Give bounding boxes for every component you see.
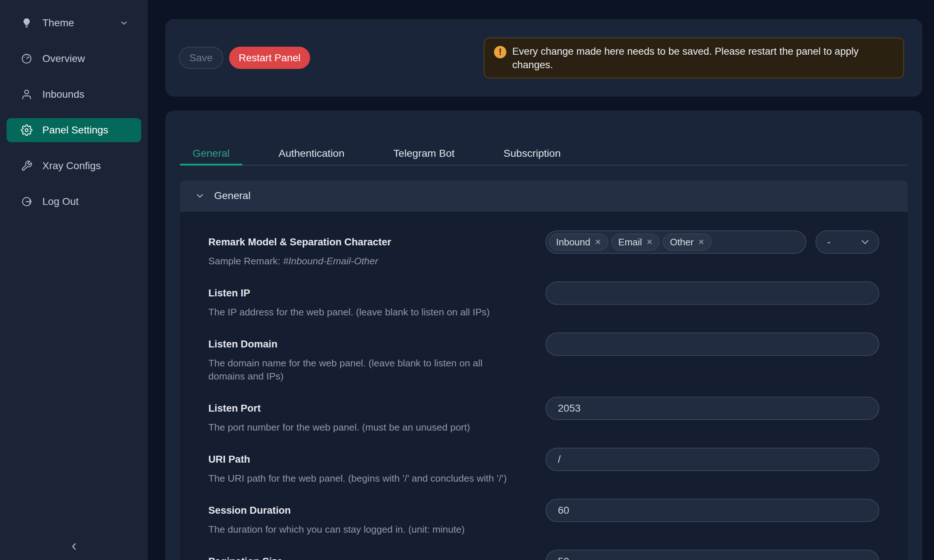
bulb-icon — [20, 17, 33, 29]
chevron-down-icon — [195, 191, 205, 200]
tag-label: Inbound — [556, 237, 590, 248]
form-control: Inbound ✕ Email ✕ Other ✕ — [546, 231, 879, 254]
sidebar-item-theme[interactable]: Theme — [6, 11, 141, 35]
field-description: The IP address for the web panel. (leave… — [208, 306, 518, 318]
field-label: Session Duration — [208, 499, 545, 522]
field-label: Remark Model & Separation Character — [208, 231, 545, 254]
toolbar-card: Save Restart Panel ! Every change made h… — [165, 19, 922, 97]
form-left: Listen Port The port number for the web … — [208, 397, 545, 434]
exclamation-circle-icon: ! — [494, 46, 506, 58]
tab-telegram-bot[interactable]: Telegram Bot — [381, 142, 467, 165]
listen-port-input[interactable] — [546, 397, 879, 420]
logout-icon — [20, 195, 33, 208]
sidebar-item-label: Overview — [42, 53, 85, 65]
form-control — [546, 397, 879, 420]
form-row-session-duration: Session Duration The duration for which … — [208, 499, 879, 536]
sidebar-item-label: Panel Settings — [42, 124, 108, 136]
chevron-down-icon — [860, 237, 871, 248]
sidebar-item-logout[interactable]: Log Out — [6, 189, 141, 214]
chevron-down-icon — [119, 18, 129, 28]
form-left: Session Duration The duration for which … — [208, 499, 545, 536]
gear-icon — [20, 124, 33, 136]
separator-select[interactable]: - — [815, 231, 879, 254]
field-label: Listen Port — [208, 397, 545, 420]
remove-tag-icon[interactable]: ✕ — [698, 238, 704, 246]
field-label: Pagination Size — [208, 550, 545, 560]
form-row-listen-ip: Listen IP The IP address for the web pan… — [208, 282, 879, 318]
panel-settings-page: Theme Overview Inbounds — [0, 0, 934, 560]
sidebar-item-label: Log Out — [42, 196, 79, 208]
sidebar-item-panel-settings[interactable]: Panel Settings — [6, 118, 141, 142]
content-area: Save Restart Panel ! Every change made h… — [148, 0, 934, 560]
tag-label: Other — [670, 237, 694, 248]
form-left: URI Path The URI path for the web panel.… — [208, 448, 545, 485]
field-description: The domain name for the web panel. (leav… — [208, 357, 518, 383]
sample-remark-value: #Inbound-Email-Other — [283, 255, 378, 266]
field-label: URI Path — [208, 448, 545, 471]
settings-tabs: General Authentication Telegram Bot Subs… — [180, 142, 908, 166]
form-control — [546, 448, 879, 471]
save-button[interactable]: Save — [179, 47, 223, 69]
select-value: - — [827, 236, 831, 248]
pagination-size-input[interactable] — [546, 550, 879, 560]
tab-authentication[interactable]: Authentication — [266, 142, 357, 165]
general-collapse-body: Remark Model & Separation Character Samp… — [180, 211, 908, 560]
session-duration-input[interactable] — [546, 499, 879, 522]
form-control — [546, 550, 879, 560]
sample-remark-prefix: Sample Remark: — [208, 255, 283, 266]
field-description: Sample Remark: #Inbound-Email-Other — [208, 254, 518, 268]
general-collapse-panel: General Remark Model & Separation Charac… — [180, 180, 908, 560]
user-icon — [20, 88, 33, 101]
field-label: Listen Domain — [208, 332, 545, 356]
tab-subscription[interactable]: Subscription — [491, 142, 573, 165]
sidebar-item-xray-configs[interactable]: Xray Configs — [6, 154, 141, 178]
listen-domain-input[interactable] — [546, 332, 879, 356]
form-left: Listen Domain The domain name for the we… — [208, 332, 545, 383]
sidebar-item-label: Xray Configs — [42, 160, 101, 172]
sidebar-collapse-button[interactable] — [0, 541, 148, 554]
remark-model-multiselect[interactable]: Inbound ✕ Email ✕ Other ✕ — [546, 231, 806, 254]
form-row-uri-path: URI Path The URI path for the web panel.… — [208, 448, 879, 485]
form-control — [546, 282, 879, 305]
tag-other[interactable]: Other ✕ — [663, 234, 711, 251]
remove-tag-icon[interactable]: ✕ — [595, 238, 601, 246]
form-left: Remark Model & Separation Character Samp… — [208, 231, 545, 268]
gauge-icon — [20, 52, 33, 65]
form-row-remark-model: Remark Model & Separation Character Samp… — [208, 231, 879, 268]
tag-label: Email — [618, 237, 642, 248]
field-description: The URI path for the web panel. (begins … — [208, 472, 518, 485]
sidebar-item-inbounds[interactable]: Inbounds — [6, 82, 141, 106]
form-row-listen-domain: Listen Domain The domain name for the we… — [208, 332, 879, 383]
alert-message: Every change made here needs to be saved… — [512, 45, 885, 71]
form-row-pagination-size: Pagination Size — [208, 550, 879, 560]
tag-inbound[interactable]: Inbound ✕ — [549, 234, 608, 251]
field-description: The duration for which you can stay logg… — [208, 523, 518, 536]
restart-panel-button[interactable]: Restart Panel — [229, 47, 310, 69]
sidebar-item-overview[interactable]: Overview — [6, 47, 141, 71]
form-left: Pagination Size — [208, 550, 545, 560]
wrench-icon — [20, 160, 33, 172]
tab-general[interactable]: General — [180, 142, 242, 165]
settings-card: General Authentication Telegram Bot Subs… — [165, 111, 922, 560]
sidebar: Theme Overview Inbounds — [0, 0, 148, 560]
sidebar-item-label: Theme — [42, 17, 74, 29]
remove-tag-icon[interactable]: ✕ — [646, 238, 653, 246]
form-left: Listen IP The IP address for the web pan… — [208, 282, 545, 318]
sidebar-item-label: Inbounds — [42, 89, 84, 100]
collapse-title: General — [214, 190, 251, 202]
uri-path-input[interactable] — [546, 448, 879, 471]
tag-email[interactable]: Email ✕ — [612, 234, 660, 251]
listen-ip-input[interactable] — [546, 282, 879, 305]
chevron-left-icon — [69, 541, 80, 554]
general-collapse-header[interactable]: General — [180, 180, 908, 211]
field-label: Listen IP — [208, 282, 545, 305]
form-row-listen-port: Listen Port The port number for the web … — [208, 397, 879, 434]
restart-warning-alert: ! Every change made here needs to be sav… — [484, 38, 904, 78]
form-control — [546, 499, 879, 522]
field-description: The port number for the web panel. (must… — [208, 421, 518, 434]
form-control — [546, 332, 879, 356]
